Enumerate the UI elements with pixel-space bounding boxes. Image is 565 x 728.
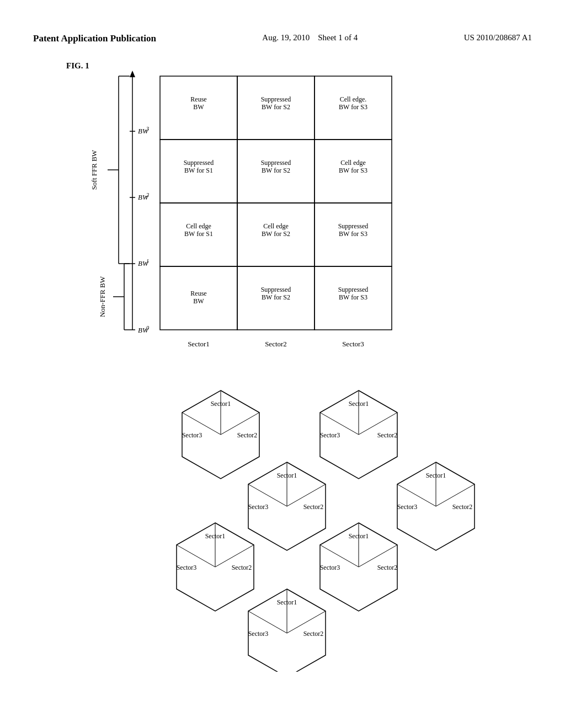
hex-mid-s3: Sector3 [248,503,269,511]
main-diagram-svg: Non-FFR BW Soft FFR BW BW 0 BW 1 BW 2 BW [50,65,546,672]
cell-r4c3-line2: BW for S3 [339,103,367,111]
cell-r1c2-line1: Suppressed [261,286,291,293]
hex-bot-far-s2: Sector2 [303,630,324,638]
cell-r2c3-line2: BW for S3 [339,230,367,238]
header-date-sheet: Aug. 19, 2010 Sheet 1 of 4 [262,33,358,42]
hex-left-s2: Sector2 [237,431,258,439]
cell-r3c3-line2: BW for S3 [339,167,367,174]
sector1-col-label: Sector1 [188,340,210,348]
cell-r1c2-line2: BW for S2 [262,293,290,301]
cell-r3c2-line2: BW for S2 [262,167,290,174]
svg-text:1: 1 [146,258,149,264]
cell-r2c1-line2: BW for S1 [184,230,213,238]
patent-number: US 2010/208687 A1 [464,33,532,42]
cell-r4c1-line1: Reuse [190,95,206,103]
hex-right-s2: Sector2 [377,431,398,439]
cell-r4c2-line1: Suppressed [261,95,291,103]
cell-r1c1-line1: Reuse [190,290,206,297]
hex-right-s3: Sector3 [320,431,340,439]
cell-r2c3-line1: Suppressed [338,222,369,230]
sector3-col-label: Sector3 [342,340,364,348]
page: Patent Application Publication Aug. 19, … [0,0,565,728]
cell-r3c2-line1: Suppressed [261,159,291,167]
svg-text:0: 0 [146,325,149,331]
cell-r4c2-line2: BW for S2 [262,103,290,111]
header: Patent Application Publication Aug. 19, … [33,33,532,44]
cell-r2c1-line1: Cell edge [186,222,211,230]
cell-r4c1-line2: BW [193,103,204,111]
hex-bot-left-s1: Sector1 [205,532,226,540]
hex-mid-s2: Sector2 [303,503,324,511]
cell-r3c1-line1: Suppressed [184,159,214,167]
hex-bot-far-s3: Sector3 [248,630,269,638]
hex-mid-s1: Sector1 [277,472,297,479]
svg-marker-1 [130,71,135,77]
svg-text:2: 2 [146,192,149,198]
hex-bot-right-s3: Sector3 [320,564,340,571]
cell-r2c2-line2: BW for S2 [262,230,290,238]
soft-ffr-label: Soft FFR BW [90,149,98,190]
non-ffr-label: Non-FFR BW [98,276,106,317]
cell-r4c3-line1: Cell edge. [340,95,367,103]
patent-title: Patent Application Publication [33,33,156,44]
cell-r1c3-line2: BW for S3 [339,293,367,301]
hex-bot-left-s2: Sector2 [232,564,252,571]
hex-right-s1: Sector1 [349,400,369,408]
hex-bot-right-s2: Sector2 [377,564,398,571]
cell-r3c3-line1: Cell edge [340,159,366,167]
svg-text:3: 3 [146,126,149,132]
cell-r1c1-line2: BW [193,297,204,305]
cell-r3c1-line2: BW for S1 [184,167,213,174]
hex-left-s3: Sector3 [182,431,202,439]
publication-date: Aug. 19, 2010 [262,33,310,42]
hex-far-right-s3: Sector3 [397,503,418,511]
sheet-info: Sheet 1 of 4 [318,33,358,42]
hex-left-s1: Sector1 [211,400,231,408]
hex-far-right-s2: Sector2 [452,503,473,511]
hex-bot-left-s3: Sector3 [177,564,197,571]
cell-r1c3-line1: Suppressed [338,286,369,293]
hex-bot-far-s1: Sector1 [277,598,297,606]
cell-r2c2-line1: Cell edge [263,222,289,230]
sector2-col-label: Sector2 [265,340,287,348]
hex-far-right-s1: Sector1 [426,472,446,479]
hex-bot-right-s1: Sector1 [349,532,369,540]
